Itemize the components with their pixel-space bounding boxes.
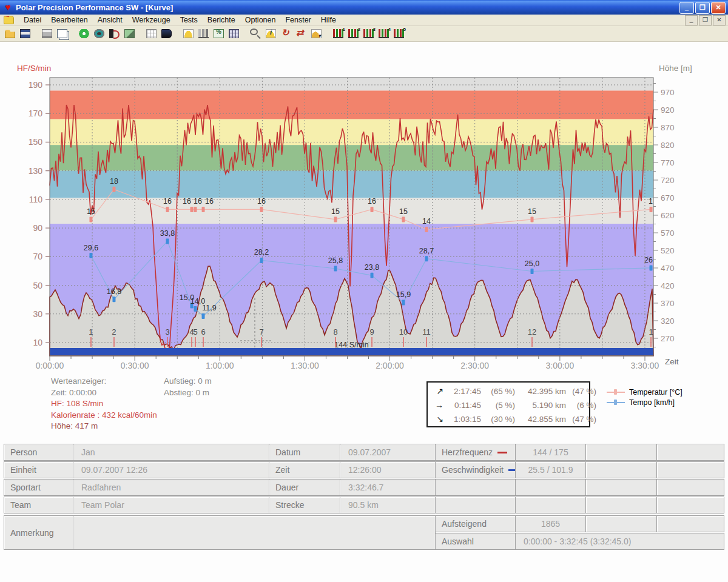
menu-item-hilfe[interactable]: Hilfe — [316, 15, 341, 25]
menu-item-datei[interactable]: Datei — [19, 15, 46, 25]
exercise-5-icon[interactable]: 5 — [392, 27, 406, 40]
svg-text:130: 130 — [29, 166, 43, 176]
svg-text:270: 270 — [661, 334, 675, 343]
svg-text:0:30:00: 0:30:00 — [121, 361, 149, 370]
child-minimize-button[interactable]: _ — [685, 15, 698, 25]
menu-item-berichte[interactable]: Berichte — [203, 15, 240, 25]
svg-text:Zeit: Zeit — [665, 357, 679, 366]
menu-item-fenster[interactable]: Fenster — [280, 15, 315, 25]
table-cell-empty — [585, 461, 657, 478]
table-value-zeit: 12:26:00 — [340, 461, 436, 478]
restore-button[interactable]: ❐ — [695, 2, 710, 14]
table-cell-empty — [656, 461, 724, 478]
menu-item-werkzeuge[interactable]: Werkzeuge — [127, 15, 175, 25]
svg-text:190: 190 — [29, 80, 43, 90]
menu-bar: DateiBearbeitenAnsichtWerkzeugeTestsBeri… — [0, 15, 728, 26]
toolbar: 12345 — [0, 26, 728, 42]
svg-text:870: 870 — [661, 123, 675, 132]
info-line: HF: 108 S/min — [51, 399, 103, 408]
cycle-compare-icon[interactable] — [279, 27, 293, 40]
table-cell-empty — [656, 497, 724, 513]
table-value-empty — [515, 497, 586, 513]
exercise-2-icon[interactable]: 2 — [346, 27, 360, 40]
table-value-einheit: 09.07.2007 12:26 — [73, 461, 269, 478]
legend-item: Tempo [km/h] — [607, 397, 682, 407]
menu-item-bearbeiten[interactable]: Bearbeiten — [46, 15, 92, 25]
svg-text:570: 570 — [661, 229, 675, 238]
bars-view-icon[interactable] — [197, 27, 211, 40]
print-icon[interactable] — [40, 27, 54, 40]
zoom-1to1-icon[interactable] — [249, 27, 263, 40]
svg-text:970: 970 — [661, 88, 675, 97]
save-icon[interactable] — [18, 27, 32, 40]
calendar-icon[interactable] — [144, 27, 158, 40]
transfer-icon[interactable] — [77, 27, 91, 40]
table-label-anmerkung: Anmerkung — [4, 515, 73, 550]
info-curve-icon[interactable] — [264, 27, 278, 40]
svg-text:170: 170 — [29, 109, 43, 118]
table-value-herzfrequenz: 144 / 175 — [515, 444, 586, 461]
table-value-auswahl: 0:00:00 - 3:32:45 (3:32:45.0) — [515, 533, 724, 550]
table-label-einheit: Einheit — [4, 461, 73, 478]
table-value-team: Team Polar — [73, 497, 269, 513]
svg-text:10: 10 — [33, 338, 42, 347]
table-label-team: Team — [4, 497, 73, 513]
exercise-1-icon[interactable]: 1 — [331, 27, 345, 40]
svg-text:770: 770 — [661, 158, 675, 167]
watch-icon[interactable] — [92, 27, 106, 40]
info-line: Werteanzeiger: — [51, 376, 106, 386]
table-label-zeit: Zeit — [269, 461, 340, 478]
menu-items: DateiBearbeitenAnsichtWerkzeugeTestsBeri… — [19, 15, 341, 25]
svg-text:420: 420 — [661, 281, 675, 290]
curve-export-icon[interactable] — [309, 27, 323, 40]
legend-marker-icon — [607, 402, 625, 403]
svg-text:Höhe [m]: Höhe [m] — [659, 64, 692, 73]
sonic-link-icon[interactable] — [107, 27, 121, 40]
table-value-strecke: 90.5 km — [340, 497, 436, 513]
table-label-sportart: Sportart — [4, 479, 73, 496]
table-value-person: Jan — [73, 444, 269, 461]
svg-text:1:30:00: 1:30:00 — [291, 361, 319, 370]
title-bar: ♥ Polar Precision Performance SW - [Kurv… — [0, 0, 728, 15]
polar-heart-icon: ♥ — [2, 2, 13, 13]
table-value-dauer: 3:32:46.7 — [340, 479, 436, 496]
table-label-aufsteigend: Aufsteigend — [435, 515, 516, 532]
svg-text:30: 30 — [33, 309, 42, 319]
table-label-herzfrequenz: Herzfrequenz — [435, 444, 516, 461]
remote-icon[interactable] — [123, 27, 136, 40]
document-icon[interactable] — [4, 16, 14, 24]
close-button[interactable]: ✕ — [711, 2, 726, 14]
curve-view-icon[interactable] — [181, 27, 195, 40]
copy-icon[interactable] — [55, 27, 69, 40]
exercise-3-icon[interactable]: 3 — [362, 27, 376, 40]
legend-marker-icon — [607, 392, 625, 393]
table-value-anmerkung[interactable] — [73, 515, 436, 550]
exercise-4-icon[interactable]: 4 — [377, 27, 391, 40]
table-cell-empty — [656, 515, 724, 532]
svg-text:HF/S/min: HF/S/min — [17, 64, 51, 73]
child-close-button[interactable]: ✕ — [713, 15, 726, 25]
climb-summary-row: →0:11:45(5 %)5.190 km(6 %) — [433, 398, 584, 412]
menu-item-ansicht[interactable]: Ansicht — [93, 15, 127, 25]
table-label-empty — [435, 497, 516, 513]
series-legend: Temperatur [°C]Tempo [km/h] — [607, 387, 682, 407]
menu-item-optionen[interactable]: Optionen — [240, 15, 281, 25]
diary-book-icon[interactable] — [160, 27, 174, 40]
child-restore-button[interactable]: ❐ — [699, 15, 712, 25]
svg-text:70: 70 — [33, 252, 42, 261]
table-label-strecke: Strecke — [269, 497, 340, 513]
open-icon[interactable] — [3, 27, 17, 40]
svg-text:3:30:00: 3:30:00 — [631, 361, 659, 370]
info-line: Kalorienrate : 432 kcal/60min — [51, 410, 157, 420]
percent-chart-icon[interactable] — [212, 27, 226, 40]
svg-text:520: 520 — [661, 246, 675, 255]
swap-icon[interactable] — [294, 27, 308, 40]
table-cell-empty — [656, 444, 724, 461]
menu-item-tests[interactable]: Tests — [175, 15, 203, 25]
info-line: Aufstieg: 0 m — [164, 376, 212, 386]
training-curve-chart: 1529,61816,81633,81615,01614,01611,91628… — [0, 58, 728, 376]
table-view-icon[interactable] — [227, 27, 241, 40]
svg-text:370: 370 — [661, 299, 675, 308]
chart-plot-area[interactable] — [50, 78, 653, 356]
minimize-button[interactable]: _ — [679, 2, 694, 14]
